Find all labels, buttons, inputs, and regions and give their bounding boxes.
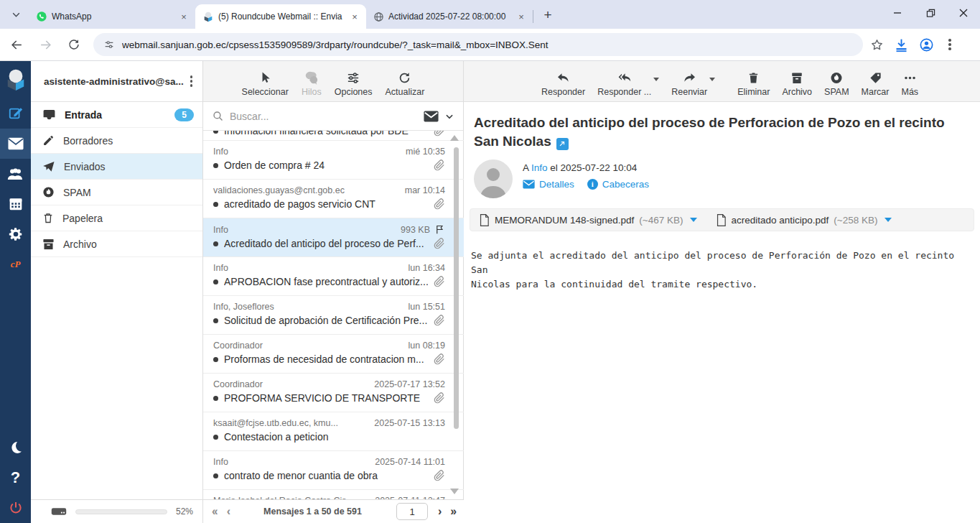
- more-button[interactable]: Más: [901, 71, 918, 97]
- search-options-chevron-icon[interactable]: [444, 111, 454, 121]
- refresh-button[interactable]: Actualizar: [383, 71, 428, 97]
- site-settings-icon[interactable]: [103, 39, 115, 50]
- delete-button[interactable]: Eliminar: [737, 71, 770, 97]
- folder-enviados[interactable]: Enviados: [31, 154, 202, 180]
- message-date: 2025-07-14 11:01: [375, 457, 445, 467]
- url-text: webmail.sanjuan.gob.ec/cpsess1535909589/…: [122, 40, 549, 50]
- mail-nav-button[interactable]: [0, 129, 31, 159]
- attachment-menu-caret[interactable]: [885, 218, 892, 222]
- message-date: mié 10:35: [406, 147, 445, 157]
- contacts-nav-button[interactable]: [0, 159, 31, 189]
- folder-borradores[interactable]: Borradores: [31, 128, 202, 154]
- tab-whatsapp[interactable]: WhatsApp ×: [29, 4, 195, 29]
- reply-all-dropdown-caret[interactable]: [653, 78, 659, 81]
- folder-label: SPAM: [63, 187, 194, 198]
- profile-icon[interactable]: [919, 37, 934, 52]
- message-subject: Orden de compra # 24: [224, 159, 428, 171]
- whatsapp-icon: [36, 11, 47, 22]
- help-button[interactable]: ?: [0, 463, 31, 493]
- cpanel-link[interactable]: cP: [0, 249, 31, 279]
- attachment-item[interactable]: MEMORANDUM 148-signed.pdf (~467 KB): [479, 214, 697, 226]
- page-number-input[interactable]: 1: [396, 503, 428, 520]
- dark-mode-button[interactable]: [0, 432, 31, 463]
- next-page-button[interactable]: ›: [438, 505, 440, 518]
- reply-all-icon: [616, 71, 633, 85]
- tab-roundcube-active[interactable]: (5) Roundcube Webmail :: Envia ×: [195, 4, 366, 29]
- calendar-nav-button[interactable]: [0, 189, 31, 219]
- account-header[interactable]: asistente-administrativo@sa...: [31, 61, 202, 102]
- message-row[interactable]: ksaait@fcjse.utb.edu.ec, kmu... 2025-07-…: [203, 412, 464, 451]
- message-row[interactable]: Maria Isabel del Rocio Castro Cis... 202…: [203, 490, 464, 499]
- message-row[interactable]: Info mié 10:35 Orden de compra # 24: [203, 141, 464, 180]
- folder-papelera[interactable]: Papelera: [31, 205, 202, 231]
- tab-actividad[interactable]: Actividad 2025-07-22 08:00:00 ×: [366, 4, 533, 29]
- minimize-button[interactable]: [881, 0, 914, 26]
- mark-button[interactable]: Marcar: [862, 71, 890, 97]
- details-toggle[interactable]: Detalles: [523, 179, 574, 190]
- compose-button[interactable]: [0, 98, 31, 129]
- paper-plane-icon: [42, 160, 55, 173]
- forward-button[interactable]: [33, 32, 57, 57]
- list-scroll-down-icon[interactable]: [450, 489, 459, 494]
- browser-actions: [870, 36, 956, 53]
- attachments-bar: MEMORANDUM 148-signed.pdf (~467 KB) acre…: [470, 208, 974, 231]
- archive-icon: [790, 71, 803, 85]
- archive-icon: [42, 239, 55, 250]
- archive-button[interactable]: SPAM Archivo: [782, 71, 812, 97]
- close-window-button[interactable]: [947, 0, 980, 26]
- message-row[interactable]: Información financiera solicitada por BD…: [203, 131, 464, 141]
- address-bar[interactable]: webmail.sanjuan.gob.ec/cpsess1535909589/…: [93, 33, 863, 56]
- forward-dropdown-caret[interactable]: [709, 78, 715, 81]
- tab-search-button[interactable]: [6, 4, 26, 24]
- reply-button[interactable]: Responder: [541, 71, 585, 97]
- last-page-button[interactable]: ››: [450, 505, 455, 518]
- tab-close-icon[interactable]: ×: [178, 11, 190, 22]
- folder-archivo[interactable]: Archivo: [31, 231, 202, 257]
- message-row[interactable]: Info 993 KB Acreditado del anticipo del …: [203, 218, 464, 257]
- options-button[interactable]: Opciones: [332, 71, 375, 97]
- list-scroll-up-icon[interactable]: [450, 135, 459, 141]
- headers-toggle[interactable]: i Cabeceras: [587, 179, 649, 190]
- threads-button[interactable]: Hilos: [299, 71, 325, 97]
- downloads-icon[interactable]: [894, 37, 909, 52]
- tab-close-icon[interactable]: ×: [515, 11, 527, 22]
- roundcube-app: cP ? asistente-administrativo@sa... Entr…: [0, 61, 980, 523]
- select-button[interactable]: Seleccionar: [239, 71, 291, 97]
- browser-menu-icon[interactable]: [944, 36, 956, 53]
- folder-entrada[interactable]: Entrada 5: [31, 102, 202, 128]
- paperclip-icon: [434, 276, 445, 287]
- first-page-button[interactable]: ‹‹: [212, 505, 217, 518]
- recipient-link[interactable]: Info: [531, 162, 548, 173]
- reply-all-button[interactable]: Responder ...: [597, 71, 651, 97]
- search-scope-mail-icon[interactable]: [424, 111, 439, 122]
- restore-button[interactable]: [914, 0, 947, 26]
- prev-page-button[interactable]: ‹: [227, 505, 229, 518]
- account-menu-icon[interactable]: [186, 73, 197, 90]
- forward-button[interactable]: Reenviar: [671, 71, 707, 97]
- message-row[interactable]: Info, Joseflores lun 15:51 Solicitud de …: [203, 296, 464, 335]
- folder-spam[interactable]: SPAM: [31, 180, 202, 205]
- attachment-menu-caret[interactable]: [690, 218, 697, 222]
- message-row[interactable]: Info 2025-07-14 11:01 contrato de menor …: [203, 451, 464, 490]
- list-scrollbar[interactable]: [454, 147, 459, 429]
- bookmark-star-icon[interactable]: [870, 38, 884, 52]
- message-row[interactable]: validaciones.guayas@cnt.gob.ec mar 10:14…: [203, 180, 464, 218]
- message-row[interactable]: Coordinador lun 08:19 Proformas de neces…: [203, 335, 464, 374]
- reload-button[interactable]: [62, 32, 86, 57]
- attachment-item[interactable]: acreditado anticipo.pdf (~258 KB): [716, 214, 892, 226]
- flag-icon: [434, 224, 445, 235]
- trash-icon: [42, 212, 54, 224]
- back-button[interactable]: [4, 32, 29, 57]
- message-sender: Coordinador: [213, 341, 409, 351]
- new-tab-button[interactable]: +: [538, 5, 558, 25]
- message-date: 2025-07-15 13:13: [374, 418, 445, 428]
- spam-button[interactable]: SPAM: [824, 71, 849, 97]
- message-row[interactable]: Info lun 16:34 APROBACION fase precontra…: [203, 257, 464, 296]
- settings-nav-button[interactable]: [0, 219, 31, 249]
- open-in-new-window-icon[interactable]: [556, 138, 569, 150]
- pdf-file-icon: [479, 214, 490, 226]
- message-row[interactable]: Coordinador 2025-07-17 13:52 PROFORMA SE…: [203, 374, 464, 412]
- search-input[interactable]: [230, 111, 418, 122]
- logout-button[interactable]: [0, 493, 31, 523]
- tab-close-icon[interactable]: ×: [349, 11, 360, 22]
